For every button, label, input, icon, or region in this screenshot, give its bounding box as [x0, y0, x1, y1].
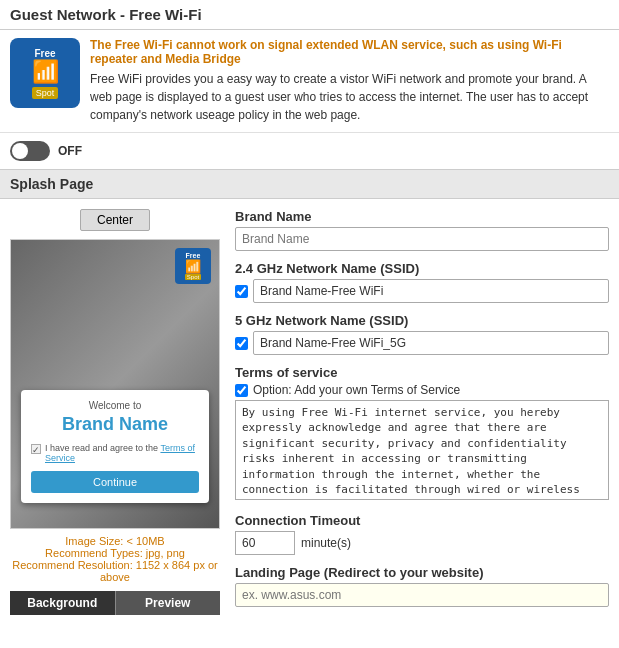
preview-buttons: Background Preview: [10, 591, 220, 615]
ssid-24-checkbox-row: [235, 279, 609, 303]
ssid-24-input[interactable]: [253, 279, 609, 303]
landing-page-label: Landing Page (Redirect to your website): [235, 565, 609, 580]
background-button[interactable]: Background: [10, 591, 115, 615]
timeout-row: minute(s): [235, 531, 609, 555]
ssid-5-checkbox[interactable]: [235, 337, 248, 350]
preview-logo-free: Free: [186, 252, 201, 259]
preview-panel: Center Free 📶 Spot Welcome to Brand Name…: [10, 209, 220, 617]
warning-text-block: The Free Wi-Fi cannot work on signal ext…: [90, 38, 609, 124]
landing-page-input[interactable]: [235, 583, 609, 607]
preview-agree-text: I have read and agree to the Terms of Se…: [45, 443, 199, 463]
preview-welcome-text: Welcome to: [31, 400, 199, 411]
wifi-logo: Free 📶 Spot: [10, 38, 80, 108]
warning-description: Free WiFi provides you a easy way to cre…: [90, 70, 609, 124]
tos-group: Terms of service Option: Add your own Te…: [235, 365, 609, 503]
align-button-row: Center: [10, 209, 220, 231]
tos-textarea[interactable]: By using Free Wi-Fi internet service, yo…: [235, 400, 609, 500]
splash-page-header: Splash Page: [0, 169, 619, 199]
ssid-5-input[interactable]: [253, 331, 609, 355]
timeout-group: Connection Timeout minute(s): [235, 513, 609, 555]
brand-name-label: Brand Name: [235, 209, 609, 224]
image-resolution-text: Recommend Resolution: 1152 x 864 px or a…: [10, 559, 220, 583]
brand-name-input[interactable]: [235, 227, 609, 251]
image-size-text: Image Size: < 10MB: [10, 535, 220, 547]
image-info: Image Size: < 10MB Recommend Types: jpg,…: [10, 535, 220, 583]
toggle-row: OFF: [0, 133, 619, 169]
form-panel: Brand Name 2.4 GHz Network Name (SSID) 5…: [235, 209, 609, 617]
ssid-24-group: 2.4 GHz Network Name (SSID): [235, 261, 609, 303]
warning-title: The Free Wi-Fi cannot work on signal ext…: [90, 38, 609, 66]
align-button[interactable]: Center: [80, 209, 150, 231]
preview-box: Free 📶 Spot Welcome to Brand Name ✓ I ha…: [10, 239, 220, 529]
ssid-5-checkbox-row: [235, 331, 609, 355]
enable-toggle[interactable]: [10, 141, 50, 161]
page-header: Guest Network - Free Wi-Fi: [0, 0, 619, 30]
timeout-unit: minute(s): [301, 536, 351, 550]
toggle-label: OFF: [58, 144, 82, 158]
timeout-label: Connection Timeout: [235, 513, 609, 528]
tos-textarea-container: By using Free Wi-Fi internet service, yo…: [235, 400, 609, 503]
tos-checkbox-label: Option: Add your own Terms of Service: [253, 383, 460, 397]
brand-name-group: Brand Name: [235, 209, 609, 251]
preview-check-icon: ✓: [31, 444, 41, 454]
toggle-knob: [12, 143, 28, 159]
timeout-input[interactable]: [235, 531, 295, 555]
tos-label: Terms of service: [235, 365, 609, 380]
ssid-24-checkbox[interactable]: [235, 285, 248, 298]
preview-logo-spot: Spot: [185, 274, 201, 280]
page-title: Guest Network - Free Wi-Fi: [10, 6, 202, 23]
ssid-5-group: 5 GHz Network Name (SSID): [235, 313, 609, 355]
tos-checkbox-row: Option: Add your own Terms of Service: [235, 383, 609, 397]
landing-page-group: Landing Page (Redirect to your website): [235, 565, 609, 607]
tos-checkbox[interactable]: [235, 384, 248, 397]
preview-logo-wifi: 📶: [185, 259, 201, 274]
preview-card: Welcome to Brand Name ✓ I have read and …: [21, 390, 209, 503]
wifi-logo-spot: Spot: [32, 87, 59, 99]
preview-checkbox-row: ✓ I have read and agree to the Terms of …: [31, 443, 199, 463]
ssid-24-label: 2.4 GHz Network Name (SSID): [235, 261, 609, 276]
preview-button[interactable]: Preview: [115, 591, 221, 615]
wifi-icon: 📶: [32, 59, 59, 85]
wifi-logo-free: Free: [34, 48, 55, 59]
image-types-text: Recommend Types: jpg, png: [10, 547, 220, 559]
preview-wifi-logo: Free 📶 Spot: [175, 248, 211, 284]
splash-body: Center Free 📶 Spot Welcome to Brand Name…: [0, 199, 619, 627]
ssid-5-label: 5 GHz Network Name (SSID): [235, 313, 609, 328]
preview-brand-name: Brand Name: [31, 414, 199, 435]
preview-continue-button[interactable]: Continue: [31, 471, 199, 493]
warning-section: Free 📶 Spot The Free Wi-Fi cannot work o…: [0, 30, 619, 133]
splash-page-title: Splash Page: [10, 176, 93, 192]
